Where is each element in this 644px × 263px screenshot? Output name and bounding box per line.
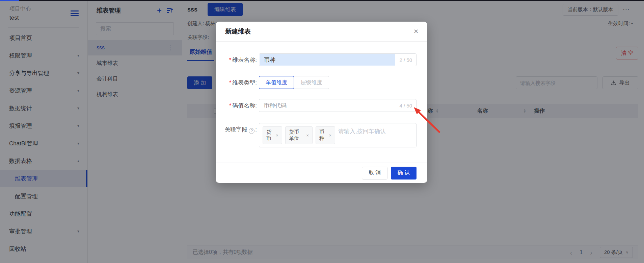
char-counter: 2 / 50 [395, 54, 416, 66]
required-asterisk: * [229, 79, 232, 86]
remove-tag-icon[interactable]: × [306, 133, 309, 138]
tag-currency-unit: 货币单位 × [285, 126, 313, 144]
tag-currency-type: 币种 × [316, 126, 335, 144]
remove-tag-icon[interactable]: × [329, 133, 331, 138]
type-option-hierarchy[interactable]: 层级维度 [294, 76, 329, 89]
dim-table-name-label: *维表名称: [216, 53, 257, 64]
tag-currency: 货币 × [263, 126, 282, 144]
required-asterisk: * [229, 57, 232, 63]
confirm-button[interactable]: 确 认 [391, 167, 417, 180]
code-value-name-input[interactable]: 币种代码 4 / 50 [259, 99, 417, 112]
modal-title: 新建维表 [225, 27, 251, 36]
new-dim-table-modal: 新建维表 ✕ *维表名称: 币种 2 / 50 *维表类型: 单值维度 层级维度 [216, 22, 427, 183]
close-icon[interactable]: ✕ [413, 28, 419, 35]
dim-table-name-input[interactable]: 币种 2 / 50 [259, 53, 417, 66]
required-asterisk: * [229, 102, 232, 109]
dim-table-type-label: *维表类型: [216, 76, 257, 87]
cancel-button[interactable]: 取 消 [362, 167, 387, 180]
related-fields-label: 关联字段?: [216, 123, 257, 134]
tag-text-input[interactable] [338, 126, 413, 135]
code-value-name-label: *码值名称: [216, 99, 257, 110]
window-top-edge [0, 0, 644, 1]
remove-tag-icon[interactable]: × [276, 133, 278, 138]
related-fields-tag-input[interactable]: 货币 × 货币单位 × 币种 × [259, 123, 417, 147]
help-icon[interactable]: ? [249, 128, 254, 134]
type-option-single-value[interactable]: 单值维度 [259, 76, 294, 89]
char-counter: 4 / 50 [395, 99, 416, 112]
app-screen: 项目中心 test 项目首页 权限管理▾ 分享与导出管理▾ 资源管理▾ 数据统计… [0, 0, 644, 263]
